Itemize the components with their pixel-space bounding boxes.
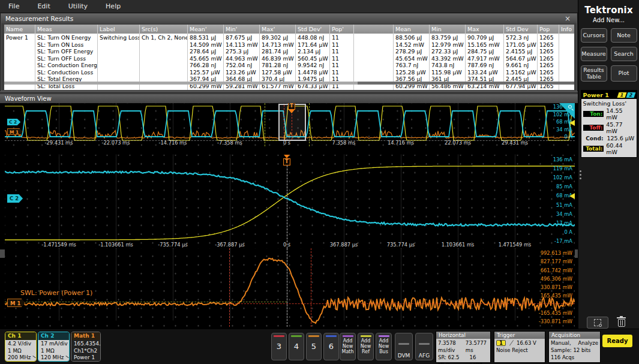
sample-rate: SR: 62.5 MS/s xyxy=(438,354,470,364)
trigger-mode: Noise Reject xyxy=(496,347,528,354)
y-tick-label: 0 A xyxy=(564,229,572,235)
power-badge-widget[interactable]: Power 1 1 2 Switching Loss' Ton: 14.55 m… xyxy=(581,90,637,158)
ch1-badge[interactable]: Ch 1 4.2 V/div 1 MΩ 200 MHz xyxy=(5,332,37,362)
sidebar-button[interactable]: Results Table xyxy=(581,65,607,82)
overview-plot[interactable]: T C 2 M 1 -29.431 ms-22.073 ms-14.716 ms… xyxy=(5,103,575,146)
measurement-gate-left[interactable] xyxy=(229,248,230,327)
value-cell: 448.08 nJ xyxy=(296,34,329,41)
zoom-waveform-plot[interactable]: T C 2 -1.471549 ms-1.103661 ms-735.774 µ… xyxy=(5,155,575,248)
results-horizontal-scrollbar[interactable] xyxy=(4,82,574,85)
trash-icon[interactable] xyxy=(617,316,626,328)
add-new-button[interactable]: Add New Math xyxy=(340,333,356,360)
add-new-label: Add New... xyxy=(578,17,639,23)
sidebar-buttons: CursorsNoteMeasureSearchResults TablePlo… xyxy=(578,28,639,82)
trigger-level: 16.63 V xyxy=(517,339,536,347)
col-header-max-prime: Max' xyxy=(260,25,296,34)
ready-status-badge: Ready xyxy=(602,335,632,347)
x-tick-label: -1.103661 ms xyxy=(98,242,133,248)
meas-cell: SL: Turn ON Energy xyxy=(35,34,97,41)
sidebar-button[interactable]: Search xyxy=(611,47,637,61)
trigger-t-box[interactable]: T xyxy=(283,158,290,166)
y-tick-label: 0 A xyxy=(564,134,572,140)
zoom-trigger-marker[interactable]: T xyxy=(283,155,290,166)
power-waveform-plot[interactable]: SWL: Power (Power 1) M 1 992.613 mW827.1… xyxy=(5,248,575,327)
value-cell: 1.5162 µW xyxy=(504,69,537,76)
trigger-source-chip: 1 xyxy=(496,340,506,346)
value-cell: 9.661 nJ xyxy=(504,62,537,69)
value-cell: 87.675 µJ xyxy=(224,34,259,41)
meas-cell: SL: Turn OFF Energy xyxy=(35,48,97,55)
add-new-button[interactable]: Add New Ref xyxy=(358,333,374,360)
x-tick-label: -14.716 ms xyxy=(158,140,187,146)
trigger-position-marker[interactable]: T xyxy=(288,103,295,113)
channel-button[interactable]: 4 xyxy=(289,333,304,360)
sidebar-button[interactable]: Plot xyxy=(611,65,637,82)
y-tick-label: 85 mA xyxy=(556,183,572,189)
value-cell: 272.33 µJ xyxy=(430,48,465,55)
menu-item[interactable]: Utility xyxy=(68,2,88,10)
menu-item[interactable]: Edit xyxy=(37,2,50,10)
math1-value: 165.4354... xyxy=(74,341,100,348)
menu-item[interactable]: File xyxy=(8,2,19,10)
math1-badge[interactable]: Math 1 165.4354... Ch1*Ch2 Power 1 xyxy=(71,332,101,362)
measurement-name: Power 1 xyxy=(4,34,35,41)
trigger-level-arrow[interactable] xyxy=(569,120,575,126)
y-tick-label: -330.871 mW xyxy=(539,318,572,324)
channel-button[interactable]: 3 xyxy=(271,333,287,360)
acquisition-panel[interactable]: Acquisition Manual,Analyze Sample: 12 bi… xyxy=(548,331,601,363)
value-cell: 278.64 µJ xyxy=(188,48,223,55)
add-new-button[interactable]: Add New Bus xyxy=(376,333,392,360)
col-header-info: Info xyxy=(559,25,574,34)
add-button-stripe xyxy=(361,335,371,337)
menu-item[interactable]: Help xyxy=(106,2,121,10)
col-header-max: Max xyxy=(466,25,504,34)
bandwidth-icon xyxy=(32,355,37,359)
trigger-t-box[interactable]: T xyxy=(288,103,295,110)
measurement-gate-right[interactable] xyxy=(311,248,311,327)
power-waveform-svg xyxy=(5,248,575,327)
trigger-level-arrow[interactable] xyxy=(569,193,575,199)
panel-drag-handle[interactable] xyxy=(580,170,581,172)
zoom-select-button[interactable] xyxy=(587,317,608,329)
x-tick-label: 29.431 ms xyxy=(502,140,528,146)
sidebar-button[interactable]: Cursors xyxy=(581,28,607,43)
acq-sample-bits: Sample: 12 bits xyxy=(551,347,590,354)
ch2-badge[interactable]: Ch 2 17 mA/div 1 MΩ 120 MHz xyxy=(38,332,70,362)
power-y-axis: 992.613 mW827.177 mW661.742 mW496.306 mW… xyxy=(539,250,572,324)
value-cell: 11 xyxy=(330,34,353,41)
ch2-name: Ch 2 xyxy=(38,332,69,340)
value-cell: 284.75 µJ xyxy=(466,48,503,55)
y-tick-label: 34 mA xyxy=(556,211,572,217)
y-tick-label: 51 mA xyxy=(556,202,572,208)
value-cell: 278.29 µJ xyxy=(394,48,429,55)
trigger-panel[interactable]: Trigger 1 16.63 V Noise Reject xyxy=(494,331,545,363)
value-cell: 1265 xyxy=(538,55,559,62)
y-tick-label: 827.177 mW xyxy=(541,258,572,264)
value-cell: 1265 xyxy=(538,41,559,49)
value-cell: 11 xyxy=(330,48,353,55)
add-button-stripe xyxy=(343,335,353,337)
results-panel-title: Measurement Results × xyxy=(1,14,577,23)
afg-button[interactable]: AFG xyxy=(415,333,433,360)
add-button-label: Add New Ref xyxy=(358,338,373,354)
measurement-sources: Ch 1, Ch 2, None xyxy=(140,34,187,41)
channel-button[interactable]: 6 xyxy=(323,333,339,360)
col-header-stddev: Std Dev xyxy=(504,25,538,34)
value-cell: 2.4155 µJ xyxy=(504,48,537,55)
col-header-mean: Mean xyxy=(394,25,430,34)
loss-value: 125.6 µW xyxy=(605,135,635,142)
horizontal-panel[interactable]: Horizontal 7.3578 ms/div73.5777 ms SR: 6… xyxy=(436,331,491,363)
waveform-view-title: Waveform View xyxy=(0,95,578,103)
close-icon[interactable]: × xyxy=(565,14,571,23)
acq-mode: Manual, xyxy=(551,339,571,347)
trigger-vertical-line xyxy=(287,248,287,327)
sidebar-button[interactable]: Measure xyxy=(581,47,607,61)
col-header-meas: Meas xyxy=(35,25,98,34)
scrollbar-thumb[interactable] xyxy=(4,82,358,85)
channel-button[interactable]: 5 xyxy=(306,333,322,360)
dvm-button[interactable]: DVM xyxy=(395,333,413,360)
sidebar-button[interactable]: Note xyxy=(611,28,637,43)
col-header-label: Label xyxy=(98,25,140,34)
rising-edge-icon xyxy=(508,340,514,346)
value-cell: 766.28 nJ xyxy=(188,62,223,69)
